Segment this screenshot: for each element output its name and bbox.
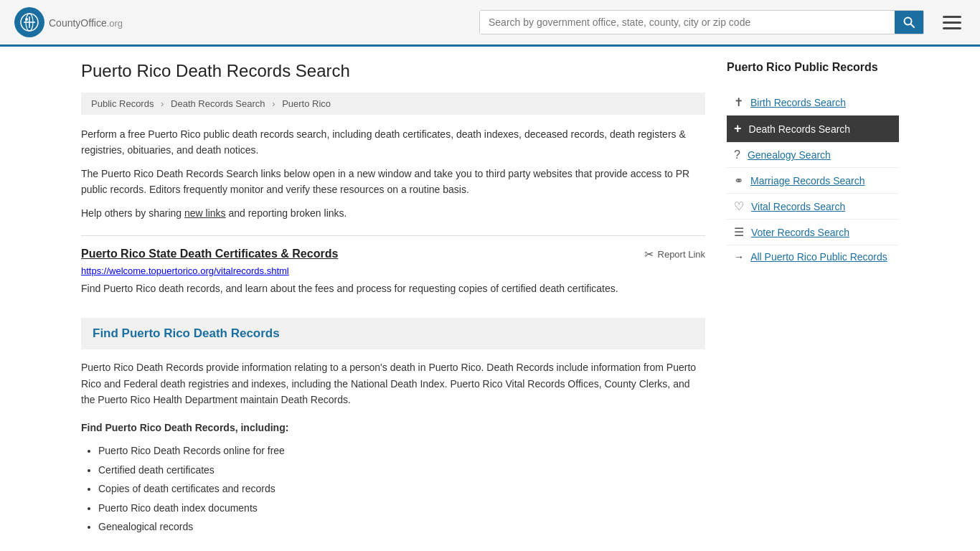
logo-text: CountyOffice.org — [49, 15, 123, 30]
breadcrumb-public-records[interactable]: Public Records — [91, 98, 154, 109]
marriage-icon: ⚭ — [734, 174, 743, 187]
main-container: Puerto Rico Death Records Search Public … — [60, 47, 920, 551]
breadcrumb-sep2: › — [272, 98, 275, 109]
list-item: Puerto Rico death index documents — [98, 499, 705, 518]
find-section-header: Find Puerto Rico Death Records — [81, 318, 705, 349]
description-1: Perform a free Puerto Rico public death … — [81, 126, 705, 159]
report-link-button[interactable]: ✂ Report Link — [644, 248, 705, 261]
breadcrumb-death-records[interactable]: Death Records Search — [171, 98, 265, 109]
site-header: CountyOffice.org — [0, 0, 980, 47]
record-header: Puerto Rico State Death Certificates & R… — [81, 248, 705, 261]
sidebar-link-genealogy[interactable]: Genealogy Search — [748, 149, 831, 161]
content-area: Puerto Rico Death Records Search Public … — [81, 61, 705, 537]
find-section-subheading: Find Puerto Rico Death Records, includin… — [81, 420, 705, 435]
record-title: Puerto Rico State Death Certificates & R… — [81, 248, 338, 260]
death-icon: + — [734, 121, 742, 136]
report-link-label: Report Link — [658, 249, 705, 260]
record-entry: Puerto Rico State Death Certificates & R… — [81, 235, 705, 296]
desc3-suffix: and reporting broken links. — [226, 207, 347, 219]
logo-icon — [14, 7, 44, 37]
record-title-link[interactable]: Puerto Rico State Death Certificates & R… — [81, 248, 338, 260]
list-item: Puerto Rico Death Records online for fre… — [98, 441, 705, 461]
sidebar-all-records[interactable]: → All Puerto Rico Public Records — [727, 245, 899, 268]
search-button[interactable] — [895, 11, 923, 34]
desc3-prefix: Help others by sharing — [81, 207, 184, 219]
sidebar-link-marriage[interactable]: Marriage Records Search — [750, 175, 865, 187]
search-icon — [903, 17, 915, 28]
breadcrumb: Public Records › Death Records Search › … — [81, 93, 705, 115]
birth-icon: ✝ — [734, 95, 743, 109]
all-records-link[interactable]: All Puerto Rico Public Records — [750, 251, 887, 263]
list-item: Genealogical records — [98, 517, 705, 537]
find-section-text: Puerto Rico Death Records provide inform… — [81, 359, 705, 408]
record-url[interactable]: https://welcome.topuertorico.org/vitalre… — [81, 265, 705, 276]
record-url-link[interactable]: https://welcome.topuertorico.org/vitalre… — [81, 265, 289, 276]
sidebar-item-vital[interactable]: ♡ Vital Records Search — [727, 194, 899, 220]
description-3: Help others by sharing new links and rep… — [81, 205, 705, 221]
search-input[interactable] — [480, 11, 895, 34]
sidebar-item-marriage[interactable]: ⚭ Marriage Records Search — [727, 168, 899, 194]
sidebar-item-genealogy[interactable]: ? Genealogy Search — [727, 143, 899, 168]
sidebar-item-voter[interactable]: ☰ Voter Records Search — [727, 220, 899, 245]
find-section-list: Puerto Rico Death Records online for fre… — [98, 441, 705, 537]
new-links-link[interactable]: new links — [184, 207, 226, 219]
genealogy-icon: ? — [734, 149, 740, 161]
search-bar[interactable] — [479, 10, 924, 34]
sidebar-link-birth[interactable]: Birth Records Search — [750, 97, 846, 108]
sidebar: Puerto Rico Public Records ✝ Birth Recor… — [727, 61, 899, 537]
find-section-title: Find Puerto Rico Death Records — [93, 326, 694, 341]
list-item: Certified death certificates — [98, 461, 705, 480]
page-title: Puerto Rico Death Records Search — [81, 61, 705, 81]
sidebar-link-voter[interactable]: Voter Records Search — [751, 227, 849, 238]
report-icon: ✂ — [644, 248, 654, 261]
hamburger-line — [943, 27, 961, 29]
svg-point-2 — [25, 18, 28, 21]
hamburger-menu-button[interactable] — [938, 11, 966, 34]
svg-line-4 — [911, 24, 915, 28]
breadcrumb-sep: › — [161, 98, 164, 109]
hamburger-line — [943, 16, 961, 18]
sidebar-item-birth[interactable]: ✝ Birth Records Search — [727, 90, 899, 116]
sidebar-item-death[interactable]: + Death Records Search — [727, 116, 899, 143]
sidebar-label-death: Death Records Search — [749, 123, 851, 135]
logo[interactable]: CountyOffice.org — [14, 7, 123, 37]
breadcrumb-current: Puerto Rico — [282, 98, 331, 109]
record-description: Find Puerto Rico death records, and lear… — [81, 281, 705, 296]
sidebar-title: Puerto Rico Public Records — [727, 61, 899, 80]
list-item: Copies of death certificates and records — [98, 479, 705, 499]
sidebar-link-vital[interactable]: Vital Records Search — [751, 201, 845, 212]
find-section: Find Puerto Rico Death Records Puerto Ri… — [81, 318, 705, 537]
description-2: The Puerto Rico Death Records Search lin… — [81, 166, 705, 198]
vital-icon: ♡ — [734, 199, 744, 213]
hamburger-line — [943, 22, 961, 24]
voter-icon: ☰ — [734, 225, 744, 239]
find-section-body: Puerto Rico Death Records provide inform… — [81, 349, 705, 537]
